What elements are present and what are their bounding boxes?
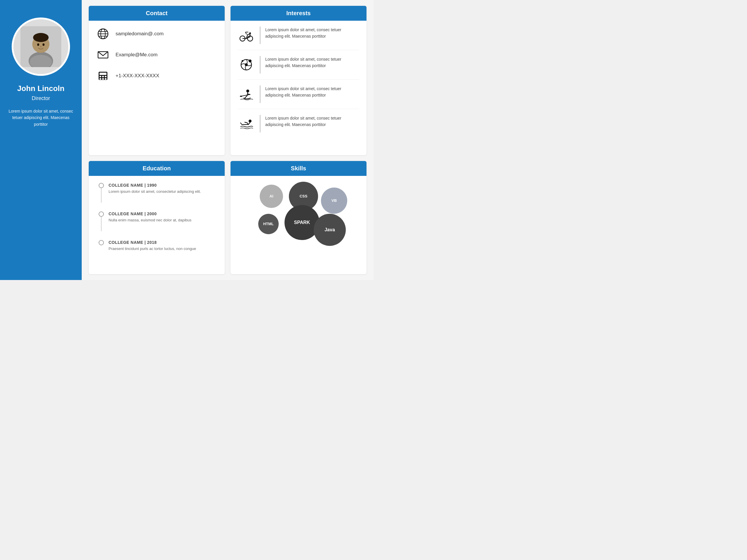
interest-text-sports: Lorem ipsum dolor sit amet, consec tetue… <box>265 56 360 69</box>
swimming-icon <box>237 115 255 132</box>
education-body: COLLEGE NAME | 1990 Lorem ipsum dolor si… <box>89 176 225 258</box>
main-content: Contact sampledomain@.com <box>82 0 374 280</box>
edu-line-2 <box>101 217 102 231</box>
edu-content-3: COLLEGE NAME | 2018 Praesent tincidunt p… <box>108 240 196 252</box>
interest-item-rowing: Lorem ipsum dolor sit amet, consec tetue… <box>237 85 360 109</box>
interests-panel: Interests Lorem ipsum dolor sit <box>231 6 366 155</box>
svg-point-31 <box>246 89 249 92</box>
rowing-icon <box>237 85 255 103</box>
svg-line-25 <box>246 32 247 34</box>
phone-icon <box>96 69 110 83</box>
svg-line-32 <box>241 95 250 96</box>
edu-content-2: COLLEGE NAME | 2000 Nulla enim massa, eu… <box>108 211 191 223</box>
contact-body: sampledomain@.com Example@Me.com <box>89 21 225 89</box>
edu-content-1: COLLEGE NAME | 1990 Lorem ipsum dolor si… <box>108 183 201 194</box>
contact-panel: Contact sampledomain@.com <box>89 6 225 155</box>
interest-divider <box>260 56 261 74</box>
edu-title-2: COLLEGE NAME | 2000 <box>108 211 191 216</box>
education-item-3: COLLEGE NAME | 2018 Praesent tincidunt p… <box>96 240 218 252</box>
person-bio: Lorem ipsum dolor sit amet, consec tetue… <box>0 108 82 128</box>
edu-desc-2: Nulla enim massa, euismod nec dolor at, … <box>108 217 191 223</box>
interest-divider <box>260 85 261 103</box>
interest-text-cycling: Lorem ipsum dolor sit amet, consec tetue… <box>265 27 360 40</box>
interest-item-sports: Lorem ipsum dolor sit amet, consec tetue… <box>237 56 360 80</box>
svg-point-34 <box>249 119 252 123</box>
edu-circle-1 <box>99 183 104 188</box>
skills-body: AICSSVBSPARKHTMLJava <box>231 176 366 246</box>
edu-desc-3: Praesent tincidunt purls ac tortor luctu… <box>108 246 196 252</box>
edu-circle-2 <box>99 211 104 217</box>
interest-item-swimming: Lorem ipsum dolor sit amet, consec tetue… <box>237 115 360 132</box>
avatar <box>12 18 70 76</box>
edu-circle-3 <box>99 240 104 245</box>
interest-text-rowing: Lorem ipsum dolor sit amet, consec tetue… <box>265 85 360 99</box>
svg-rect-19 <box>100 78 101 80</box>
svg-point-6 <box>37 44 39 46</box>
interest-item-cycling: Lorem ipsum dolor sit amet, consec tetue… <box>237 27 360 50</box>
person-name: John Lincoln <box>11 84 70 93</box>
contact-phone-text: +1-XXX-XXX-XXXX <box>115 73 159 79</box>
interests-body: Lorem ipsum dolor sit amet, consec tetue… <box>231 21 366 138</box>
education-header: Education <box>89 161 225 176</box>
edu-timeline-3 <box>99 240 104 245</box>
svg-rect-17 <box>102 76 104 77</box>
svg-rect-16 <box>100 76 101 77</box>
svg-line-35 <box>240 123 242 125</box>
interest-text-swimming: Lorem ipsum dolor sit amet, consec tetue… <box>265 115 360 128</box>
edu-line-1 <box>101 188 102 203</box>
svg-rect-18 <box>105 76 106 77</box>
education-item-1: COLLEGE NAME | 1990 Lorem ipsum dolor si… <box>96 183 218 203</box>
interest-divider <box>260 27 261 44</box>
sports-icon <box>237 56 255 74</box>
skills-panel: Skills AICSSVBSPARKHTMLJava <box>231 161 366 274</box>
edu-timeline-2 <box>99 211 104 231</box>
svg-point-33 <box>240 96 242 97</box>
svg-rect-20 <box>102 78 104 80</box>
cycling-icon <box>237 27 255 44</box>
skills-header: Skills <box>231 161 366 176</box>
education-panel: Education COLLEGE NAME | 1990 Lorem ipsu… <box>89 161 225 274</box>
svg-point-28 <box>245 63 248 66</box>
svg-point-7 <box>43 44 45 46</box>
edu-title-1: COLLEGE NAME | 1990 <box>108 183 201 188</box>
email-icon <box>96 48 110 62</box>
svg-rect-21 <box>105 78 106 80</box>
interest-divider <box>260 115 261 132</box>
edu-title-3: COLLEGE NAME | 2018 <box>108 240 196 245</box>
contact-email-text: Example@Me.com <box>115 52 158 58</box>
svg-rect-15 <box>100 73 106 75</box>
skill-bubble-ai: AI <box>260 185 283 208</box>
edu-desc-1: Lorem ipsum dolor sit amet, consectetur … <box>108 189 201 194</box>
skill-bubble-html: HTML <box>258 214 279 234</box>
contact-item-web: sampledomain@.com <box>96 27 218 41</box>
svg-point-29 <box>249 59 252 62</box>
person-title: Director <box>31 96 50 102</box>
skill-bubble-java: Java <box>314 214 346 246</box>
svg-point-30 <box>241 60 243 62</box>
interests-header: Interests <box>231 6 366 21</box>
skill-bubble-vb: VB <box>321 188 347 214</box>
contact-web-text: sampledomain@.com <box>115 31 164 37</box>
svg-point-4 <box>33 33 48 42</box>
edu-timeline-1 <box>99 183 104 203</box>
education-item-2: COLLEGE NAME | 2000 Nulla enim massa, eu… <box>96 211 218 231</box>
contact-item-email: Example@Me.com <box>96 48 218 62</box>
contact-item-phone: +1-XXX-XXX-XXXX <box>96 69 218 83</box>
globe-icon <box>96 27 110 41</box>
sidebar: John Lincoln Director Lorem ipsum dolor … <box>0 0 82 280</box>
contact-header: Contact <box>89 6 225 21</box>
